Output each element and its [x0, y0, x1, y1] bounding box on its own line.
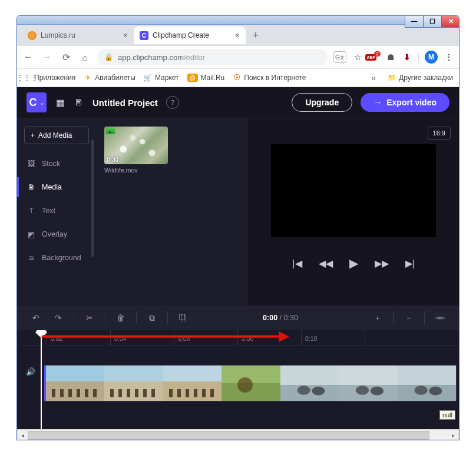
copy-button[interactable]: ⧉ — [143, 310, 161, 326]
tab-lumpics[interactable]: Lumpics.ru × — [22, 26, 134, 44]
separator — [167, 311, 168, 324]
media-clip-thumb[interactable]: ▶ 0:30 Wildlife.mov — [104, 127, 168, 174]
aspect-ratio-button[interactable]: 16:9 — [428, 127, 451, 140]
horizontal-scrollbar[interactable]: ◂ ▸ — [17, 429, 459, 440]
window-maximize-button[interactable]: ☐ — [423, 15, 442, 28]
bookmarks-overflow[interactable]: » — [371, 73, 376, 82]
sidebar-item-text[interactable]: T Text — [17, 201, 96, 221]
bookmark-apps[interactable]: ⋮⋮⋮Приложения — [23, 74, 75, 82]
split-button[interactable]: ✂ — [80, 310, 99, 326]
sidebar-item-background[interactable]: ≋ Background — [17, 248, 96, 268]
bookmark-market[interactable]: 🛒Маркет — [144, 74, 179, 82]
close-tab-icon[interactable]: × — [123, 31, 128, 40]
timeline-time: 0:00 / 0:30 — [196, 314, 365, 322]
omnibox[interactable]: 🔒 app.clipchamp.com/editor — [97, 49, 328, 65]
separator — [136, 311, 137, 324]
clip-frame — [163, 366, 222, 401]
add-media-label: Add Media — [38, 131, 72, 140]
prev-clip-button[interactable]: |◀ — [292, 258, 302, 269]
bookmarks-bar: ⋮⋮⋮Приложения ✈Авиабилеты 🛒Маркет @Mail.… — [17, 69, 459, 87]
preview-screen[interactable] — [271, 144, 436, 237]
export-button[interactable]: → Export video — [361, 93, 449, 112]
sidebar-item-overlay[interactable]: ◩ Overlay — [17, 224, 96, 244]
project-title[interactable]: Untitled Project — [92, 98, 158, 108]
abp-badge: 2 — [374, 51, 380, 57]
zoom-out-button[interactable]: − — [399, 310, 418, 326]
bookmark-avia[interactable]: ✈Авиабилеты — [84, 74, 135, 82]
nav-back-button[interactable]: ← — [22, 51, 35, 64]
null-tooltip: null — [439, 410, 455, 420]
profile-avatar[interactable]: M — [425, 51, 438, 64]
nav-home-button[interactable]: ⌂ — [78, 51, 91, 64]
app-toolbar: C ⌄ ▦ 🗎 Untitled Project ? Upgrade → Exp… — [17, 87, 459, 118]
clip-frame — [46, 366, 104, 401]
tab-clipchamp[interactable]: C Clipchamp Create × — [134, 26, 246, 44]
separator — [74, 311, 74, 324]
zoom-in-button[interactable]: + — [368, 310, 387, 326]
nav-forward-button[interactable]: → — [41, 51, 54, 64]
file-icon[interactable]: 🗎 — [74, 97, 84, 108]
fast-forward-button[interactable]: ▶▶ — [375, 258, 389, 269]
delete-button[interactable]: 🗑 — [111, 310, 130, 326]
annotation-arrow — [42, 333, 289, 334]
export-label: Export video — [386, 98, 437, 107]
bookmark-search[interactable]: ⦿Поиск в Интернете — [233, 74, 306, 82]
sidebar-scrollbar[interactable] — [91, 140, 94, 257]
translate-icon[interactable]: G文 — [333, 51, 346, 63]
address-bar: ← → ⟳ ⌂ 🔒 app.clipchamp.com/editor G文 ☆ … — [17, 46, 459, 69]
window-close-button[interactable]: ✕ — [441, 15, 460, 28]
stock-icon: 🖼 — [27, 159, 36, 168]
scroll-right-icon[interactable]: ▸ — [448, 430, 459, 440]
redo-button[interactable]: ↷ — [49, 310, 68, 326]
overlay-icon: ◩ — [27, 230, 36, 239]
add-media-button[interactable]: + Add Media — [24, 127, 89, 144]
url-host: app.clipchamp.com — [118, 53, 184, 62]
sidebar-item-stock[interactable]: 🖼 Stock — [17, 154, 96, 174]
puzzle-icon[interactable]: ☗ — [385, 52, 396, 62]
bookmark-mail[interactable]: @Mail.Ru — [187, 74, 225, 82]
text-icon: T — [27, 206, 36, 215]
timeline[interactable]: 0:02 0:04 0:06 0:08 0:10 🔊 — [17, 330, 459, 430]
timeline-clip[interactable] — [44, 365, 457, 401]
separator — [418, 52, 419, 62]
zoom-fit-button[interactable]: ⇥⇤ — [431, 310, 449, 326]
window-controls: — ☐ ✕ — [405, 15, 460, 28]
clip-frame — [104, 366, 163, 401]
timeline-toolbar: ↶ ↷ ✂ 🗑 ⧉ ⿻ 0:00 / 0:30 + − ⇥⇤ — [17, 305, 459, 330]
scroll-left-icon[interactable]: ◂ — [17, 430, 28, 440]
sidebar: + Add Media 🖼 Stock 🗎 Media T Text ◩ — [17, 118, 96, 305]
help-icon[interactable]: ? — [166, 96, 179, 109]
undo-button[interactable]: ↶ — [27, 310, 45, 326]
arrow-right-icon: → — [373, 98, 382, 107]
star-icon[interactable]: ☆ — [352, 52, 363, 62]
media-panel: ▶ 0:30 Wildlife.mov — [96, 118, 248, 305]
sidebar-item-media[interactable]: 🗎 Media — [17, 177, 96, 197]
app-logo[interactable]: C ⌄ — [27, 92, 47, 112]
video-track: 🔊 — [17, 365, 459, 400]
abp-icon[interactable]: ABP 2 — [369, 52, 379, 62]
rewind-button[interactable]: ◀◀ — [319, 258, 333, 269]
window-minimize-button[interactable]: — — [405, 15, 424, 28]
time-total: 0:30 — [284, 314, 298, 322]
separator — [105, 311, 105, 324]
browser-menu-icon[interactable]: ⋮ — [444, 52, 454, 62]
scrollbar-thumb[interactable] — [28, 431, 429, 440]
upgrade-button[interactable]: Upgrade — [292, 93, 352, 112]
playhead[interactable] — [41, 330, 42, 430]
duplicate-button[interactable]: ⿻ — [174, 310, 193, 326]
templates-icon[interactable]: ▦ — [55, 97, 65, 108]
tab-title: Clipchamp Create — [153, 31, 209, 39]
next-clip-button[interactable]: ▶| — [405, 258, 415, 269]
nav-reload-button[interactable]: ⟳ — [60, 51, 72, 64]
background-icon: ≋ — [27, 253, 36, 263]
clip-frame — [222, 366, 280, 401]
new-tab-button[interactable]: + — [248, 28, 263, 43]
titlebar[interactable] — [17, 16, 459, 25]
bookmark-other[interactable]: 📁Другие закладки — [388, 74, 453, 82]
pdf-icon[interactable]: ⬇ — [402, 52, 412, 62]
tab-strip: Lumpics.ru × C Clipchamp Create × + — [17, 25, 459, 46]
close-tab-icon[interactable]: × — [235, 31, 240, 40]
app-main: + Add Media 🖼 Stock 🗎 Media T Text ◩ — [17, 118, 459, 305]
media-icon: 🗎 — [27, 182, 36, 192]
play-button[interactable]: ▶ — [349, 256, 358, 270]
